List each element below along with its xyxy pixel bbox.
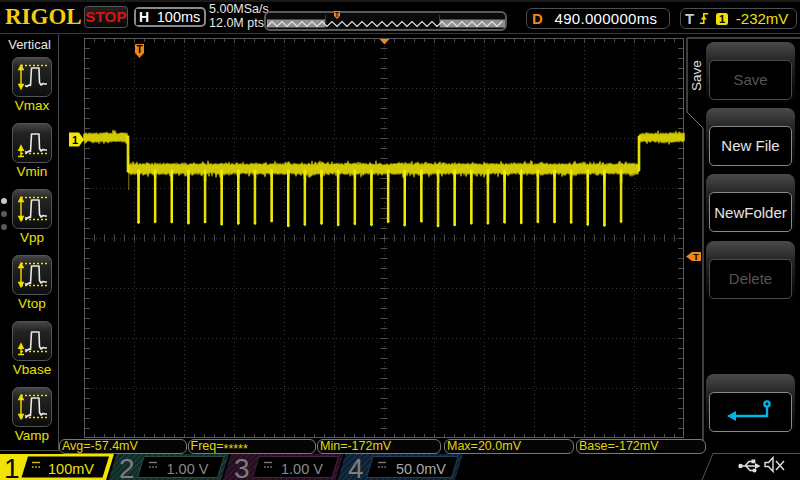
- svg-text:2: 2: [119, 454, 135, 480]
- svg-text:1.00 V: 1.00 V: [281, 461, 323, 477]
- svg-text:100mV: 100mV: [48, 461, 94, 477]
- svg-text:1: 1: [72, 134, 78, 146]
- svg-text:T: T: [137, 44, 143, 55]
- svg-text:50.0mV: 50.0mV: [396, 461, 446, 477]
- svg-text:4: 4: [348, 454, 364, 480]
- svg-text:3: 3: [234, 454, 250, 480]
- svg-text:Save: Save: [689, 60, 704, 91]
- svg-text:1.00 V: 1.00 V: [167, 461, 209, 477]
- svg-text:1: 1: [4, 454, 20, 480]
